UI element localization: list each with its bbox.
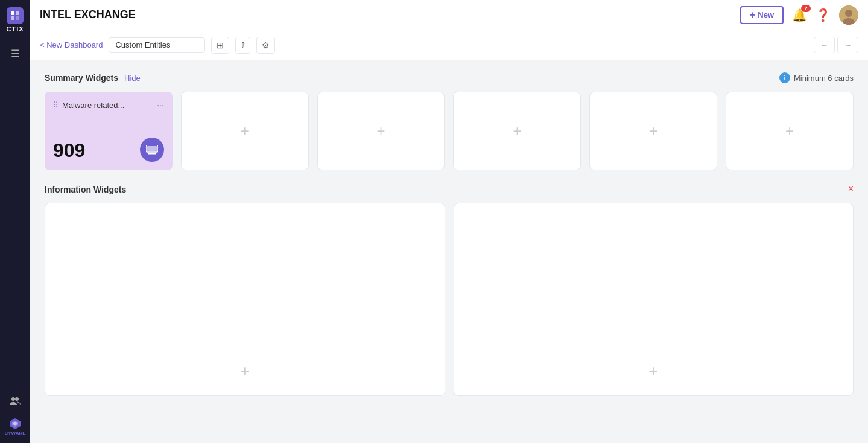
svg-rect-13 (147, 146, 157, 151)
redo-button[interactable]: → (837, 37, 858, 53)
notification-badge: 2 (801, 5, 811, 12)
summary-title: Summary Widgets (45, 73, 118, 83)
add-widget-icon-4: + (649, 123, 657, 139)
page-content: Summary Widgets Hide i Minimum 6 cards ⠿… (30, 60, 868, 443)
svg-rect-0 (11, 11, 14, 15)
dashboard-nav: < New Dashboard ⊞ ⤴ ⚙ ← → (30, 30, 868, 60)
save-icon: ⊞ (217, 40, 224, 50)
info-widget-slot-1[interactable]: + (45, 203, 445, 396)
share-icon: ⤴ (241, 40, 245, 50)
svg-rect-2 (11, 16, 14, 20)
min-cards-note: i Minimum 6 cards (779, 72, 854, 83)
app-title: INTEL EXCHANGE (40, 8, 740, 21)
add-widget-icon-3: + (513, 123, 521, 139)
info-section-header: Information Widgets × (45, 185, 854, 194)
users-icon[interactable] (9, 395, 21, 410)
logo-icon (7, 7, 24, 24)
settings-button[interactable]: ⚙ (256, 37, 275, 54)
undo-button[interactable]: ← (814, 37, 835, 53)
add-info-widget-icon-2: + (648, 362, 658, 381)
dashboard-name-input[interactable] (109, 37, 205, 53)
empty-widget-slot-4[interactable]: + (589, 92, 717, 170)
app-logo: CTIX (6, 7, 24, 33)
topbar-actions: + New 🔔 2 ❓ (740, 5, 858, 25)
hide-link[interactable]: Hide (124, 74, 141, 83)
help-icon[interactable]: ❓ (816, 8, 831, 22)
more-options-icon[interactable]: ··· (157, 100, 164, 110)
share-button[interactable]: ⤴ (235, 37, 250, 54)
svg-rect-3 (16, 16, 19, 20)
empty-widget-slot-3[interactable]: + (453, 92, 581, 170)
avatar[interactable] (839, 5, 858, 25)
plus-icon: + (750, 10, 755, 20)
svg-point-5 (15, 397, 19, 401)
empty-widget-slot-1[interactable]: + (181, 92, 309, 170)
new-button[interactable]: + New (740, 6, 784, 24)
cyware-logo: CYWARE (4, 417, 25, 436)
sidebar: CTIX ☰ CYWARE (0, 0, 30, 443)
widget-type-icon (140, 138, 164, 162)
add-info-widget-icon-1: + (240, 362, 250, 381)
summary-section-header: Summary Widgets Hide i Minimum 6 cards (45, 72, 854, 83)
hamburger-icon[interactable]: ☰ (8, 45, 22, 62)
svg-point-10 (845, 10, 852, 17)
info-widget-slot-2[interactable]: + (454, 203, 854, 396)
widget-title: ⠿ Malware related... (53, 101, 124, 110)
malware-widget[interactable]: ⠿ Malware related... ··· 909 (45, 92, 173, 170)
empty-widget-slot-2[interactable]: + (317, 92, 445, 170)
drag-icon: ⠿ (53, 101, 59, 109)
info-widgets-row: + + (45, 203, 854, 396)
add-widget-icon-2: + (377, 123, 385, 139)
back-link[interactable]: < New Dashboard (40, 40, 103, 49)
info-circle-icon: i (779, 72, 790, 83)
main-content: INTEL EXCHANGE + New 🔔 2 ❓ < New Dashboa… (30, 0, 868, 443)
summary-widgets-row: ⠿ Malware related... ··· 909 (45, 92, 854, 170)
svg-point-4 (11, 397, 15, 401)
widget-count: 909 (53, 139, 85, 162)
topbar: INTEL EXCHANGE + New 🔔 2 ❓ (30, 0, 868, 30)
save-button[interactable]: ⊞ (211, 37, 229, 54)
widget-bottom: 909 (53, 138, 164, 162)
add-widget-icon-5: + (785, 123, 794, 139)
empty-widget-slot-5[interactable]: + (726, 92, 854, 170)
add-widget-icon-1: + (241, 123, 249, 139)
information-section: Information Widgets × + + (45, 185, 854, 396)
close-section-button[interactable]: × (848, 183, 854, 194)
widget-header: ⠿ Malware related... ··· (53, 100, 164, 110)
svg-rect-15 (148, 153, 156, 155)
notification-bell[interactable]: 🔔 2 (792, 8, 807, 22)
undo-redo-controls: ← → (814, 37, 858, 53)
svg-rect-1 (16, 11, 19, 15)
info-title: Information Widgets (45, 185, 126, 194)
sidebar-bottom: CYWARE (4, 395, 25, 436)
gear-icon: ⚙ (262, 40, 270, 50)
